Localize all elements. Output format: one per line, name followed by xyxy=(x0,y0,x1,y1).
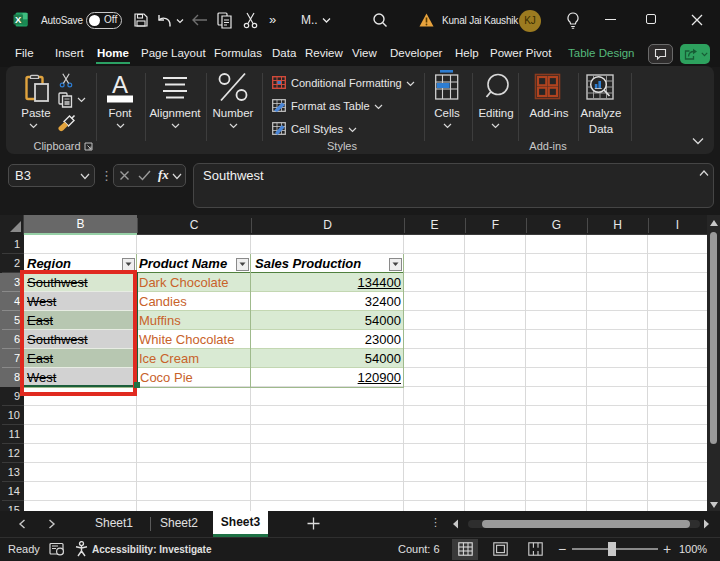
svg-text:A: A xyxy=(112,72,128,98)
svg-text:X: X xyxy=(15,14,22,25)
